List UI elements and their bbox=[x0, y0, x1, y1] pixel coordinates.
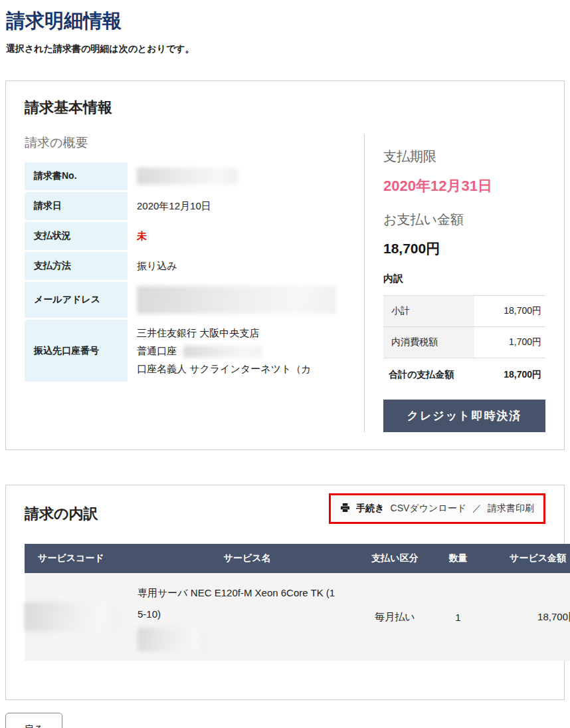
table-row: 支払方法 振り込み bbox=[25, 251, 345, 281]
payment-deadline-label: 支払期限 bbox=[383, 148, 545, 166]
breakdown-total-row: 合計の支払金額 18,700円 bbox=[383, 358, 545, 391]
payment-status-value: 未 bbox=[128, 221, 345, 251]
row-value bbox=[128, 281, 345, 319]
annotation-highlight-box: 手続き CSVダウンロード ／ 請求書印刷 bbox=[329, 493, 545, 524]
page: 請求明細情報 選択された請求書の明細は次のとおりです。 請求基本情報 請求の概要… bbox=[0, 9, 570, 728]
header-service-code: サービスコード bbox=[25, 544, 138, 573]
billing-summary-section: 請求の概要 請求書No. 請求日 2020年12月10日 bbox=[25, 134, 364, 432]
redacted-line bbox=[138, 628, 357, 652]
breakdown-row: 内消費税額 1,700円 bbox=[383, 327, 545, 358]
basic-info-columns: 請求の概要 請求書No. 請求日 2020年12月10日 bbox=[25, 134, 545, 432]
quantity-cell: 1 bbox=[433, 573, 483, 661]
detail-table-row: 専用サーバ NEC E120f-M Xeon 6Core TK (1 5-10)… bbox=[25, 573, 570, 661]
breakdown-heading: 内訳 bbox=[383, 273, 545, 285]
basic-info-heading: 請求基本情報 bbox=[25, 98, 545, 118]
row-label: 支払状況 bbox=[25, 221, 128, 251]
row-label: 請求日 bbox=[25, 191, 128, 221]
service-code-cell bbox=[25, 573, 138, 661]
redacted-value bbox=[138, 628, 207, 652]
detail-header-row: 請求の内訳 手続き CSVダウンロード ／ 請求書印刷 bbox=[25, 493, 545, 524]
page-title: 請求明細情報 bbox=[6, 9, 565, 33]
summary-table: 請求書No. 請求日 2020年12月10日 支払状況 未 bbox=[25, 162, 345, 384]
redacted-value bbox=[137, 286, 336, 314]
back-button[interactable]: 戻る bbox=[5, 713, 62, 728]
bank-line: 口座名義人 サクラインターネツト（カ bbox=[137, 360, 336, 378]
service-name-cell: 専用サーバ NEC E120f-M Xeon 6Core TK (1 5-10) bbox=[138, 573, 357, 661]
billing-detail-card: 請求の内訳 手続き CSVダウンロード ／ 請求書印刷 サービスコード bbox=[5, 485, 565, 700]
bank-account-value: 三井住友銀行 大阪中央支店 普通口座 口座名義人 サクラインターネツト（カ bbox=[128, 319, 345, 383]
breakdown-value: 1,700円 bbox=[474, 327, 545, 358]
breakdown-total-value: 18,700円 bbox=[474, 358, 545, 391]
breakdown-table: 小計 18,700円 内消費税額 1,700円 合計の支払金額 18,700円 bbox=[383, 295, 545, 390]
breakdown-value: 18,700円 bbox=[474, 296, 545, 327]
payment-amount-value: 18,700円 bbox=[383, 239, 545, 258]
row-label: 振込先口座番号 bbox=[25, 319, 128, 383]
header-service-name: サービス名 bbox=[138, 544, 357, 573]
breakdown-label: 小計 bbox=[383, 296, 474, 327]
row-value: 振り込み bbox=[128, 251, 345, 281]
basic-info-card: 請求基本情報 請求の概要 請求書No. 請求日 2020年 bbox=[5, 80, 565, 451]
bank-line: 三井住友銀行 大阪中央支店 bbox=[137, 324, 336, 342]
header-quantity: 数量 bbox=[433, 544, 483, 573]
table-row: 請求日 2020年12月10日 bbox=[25, 191, 345, 221]
redacted-value bbox=[25, 602, 118, 632]
table-row: 振込先口座番号 三井住友銀行 大阪中央支店 普通口座 口座名義人 サクラインター… bbox=[25, 319, 345, 383]
service-name-line: 専用サーバ NEC E120f-M Xeon 6Core TK (1 bbox=[138, 582, 357, 604]
detail-table-header: サービスコード サービス名 支払い区分 数量 サービス金額 bbox=[25, 544, 570, 573]
payment-type-cell: 毎月払い bbox=[357, 573, 433, 661]
redacted-value bbox=[183, 346, 262, 358]
payment-amount-label: お支払い金額 bbox=[383, 211, 545, 229]
row-label: メールアドレス bbox=[25, 281, 128, 319]
table-row: 支払状況 未 bbox=[25, 221, 345, 251]
row-label: 支払方法 bbox=[25, 251, 128, 281]
payment-deadline-value: 2020年12月31日 bbox=[383, 176, 545, 196]
breakdown-total-label: 合計の支払金額 bbox=[383, 358, 474, 391]
breakdown-row: 小計 18,700円 bbox=[383, 296, 545, 327]
page-subtitle: 選択された請求書の明細は次のとおりです。 bbox=[6, 43, 565, 55]
breakdown-label: 内消費税額 bbox=[383, 327, 474, 358]
summary-heading: 請求の概要 bbox=[25, 134, 345, 152]
table-row: メールアドレス bbox=[25, 281, 345, 319]
amount-cell: 18,700円 bbox=[483, 573, 570, 661]
printer-icon bbox=[340, 503, 350, 515]
procedure-label: 手続き bbox=[356, 503, 384, 515]
detail-table: サービスコード サービス名 支払い区分 数量 サービス金額 専用サーバ NEC … bbox=[25, 544, 570, 661]
table-row: 請求書No. bbox=[25, 162, 345, 191]
header-amount: サービス金額 bbox=[483, 544, 570, 573]
bank-line: 普通口座 bbox=[137, 342, 336, 360]
csv-download-link[interactable]: CSVダウンロード bbox=[391, 503, 466, 515]
header-payment-type: 支払い区分 bbox=[357, 544, 433, 573]
link-separator: ／ bbox=[472, 503, 482, 515]
payment-panel: 支払期限 2020年12月31日 お支払い金額 18,700円 内訳 小計 18… bbox=[364, 134, 545, 432]
row-value bbox=[128, 162, 345, 191]
service-name-line: 5-10) bbox=[138, 604, 357, 625]
detail-heading: 請求の内訳 bbox=[25, 505, 98, 524]
invoice-print-link[interactable]: 請求書印刷 bbox=[488, 503, 534, 515]
row-value: 2020年12月10日 bbox=[128, 191, 345, 221]
credit-payment-button[interactable]: クレジット即時決済 bbox=[383, 400, 545, 432]
row-label: 請求書No. bbox=[25, 162, 128, 191]
redacted-value bbox=[137, 168, 238, 185]
